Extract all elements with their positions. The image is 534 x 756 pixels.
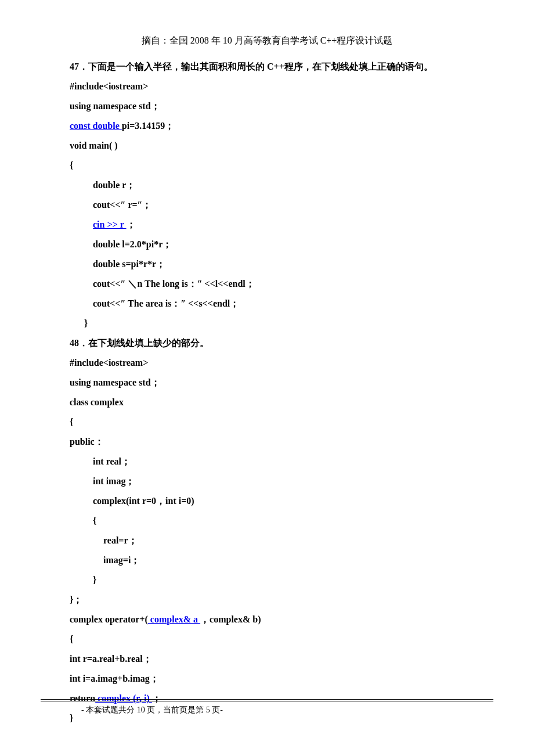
q47-code-l8-post: ； (127, 219, 136, 229)
q47-code-l5: { (41, 156, 493, 175)
footer-rule (41, 699, 493, 701)
q48-code-l15: { (41, 630, 493, 649)
q47-code-l9: double l=2.0*pi*r； (41, 235, 493, 254)
q48-code-l13: }； (41, 591, 493, 609)
q48-code-l14: complex operator+( complex& a ，complex& … (41, 610, 493, 629)
q48-code-l2: using namespace std； (41, 373, 493, 392)
q47-blank1: const double (70, 121, 122, 131)
q48-code-l16: int r=a.real+b.real； (41, 650, 493, 668)
q48-code-l8: complex(int r=0，int i=0) (41, 492, 493, 510)
q47-code-l1: #include<iostream> (41, 77, 493, 96)
q48-code-l4: { (41, 413, 493, 431)
q48-prompt-line: 48．在下划线处填上缺少的部分。 (41, 334, 493, 352)
q47-code-l11: cout<<″ ＼n The long is：″ <<l<<endl； (41, 275, 493, 293)
q47-code-l13: } (41, 314, 493, 333)
q48-number: 48． (70, 338, 88, 348)
q47-code-l6: double r； (41, 176, 493, 195)
q48-code-l5: public： (41, 433, 493, 451)
q47-blank2: cin >> r (93, 219, 127, 229)
q47-code-l7: cout<<″ r=″； (41, 196, 493, 214)
page-header: 摘自：全国 2008 年 10 月高等教育自学考试 C++程序设计试题 (41, 35, 493, 47)
q48-code-l9: { (41, 512, 493, 530)
q48-code-l14-post: ，complex& b) (200, 614, 261, 624)
q47-prompt-line: 47．下面是一个输入半径，输出其面积和周长的 C++程序，在下划线处填上正确的语… (41, 57, 493, 76)
q48-code-l6: int real； (41, 452, 493, 471)
q47-code-l2: using namespace std； (41, 97, 493, 116)
q48-blank1: complex& a (148, 614, 200, 624)
q47-code-l4: void main( ) (41, 136, 493, 155)
page-footer: - 本套试题共分 10 页，当前页是第 5 页- (41, 699, 493, 715)
q47-prompt: 下面是一个输入半径，输出其面积和周长的 C++程序，在下划线处填上正确的语句。 (88, 62, 433, 71)
q47-code-l10: double s=pi*r*r； (41, 255, 493, 273)
q48-code-l14-pre: complex operator+( (70, 614, 148, 624)
q48-code-l1: #include<iostream> (41, 354, 493, 372)
q48-code-l10: real=r； (41, 531, 493, 550)
q48-prompt: 在下划线处填上缺少的部分。 (88, 338, 209, 348)
q48-code-l17: int i=a.imag+b.imag； (41, 669, 493, 688)
q48-code-l11: imag=i； (41, 551, 493, 570)
q48-code-l3: class complex (41, 393, 493, 412)
q47-number: 47． (70, 62, 88, 71)
q48-code-l7: int imag； (41, 472, 493, 491)
q48-code-l12: } (41, 571, 493, 589)
footer-text: - 本套试题共分 10 页，当前页是第 5 页- (41, 705, 493, 715)
q47-code-l8: cin >> r ； (41, 215, 493, 234)
q47-code-l12: cout<<″ The area is：″ <<s<<endl； (41, 294, 493, 313)
page: 摘自：全国 2008 年 10 月高等教育自学考试 C++程序设计试题 47．下… (0, 0, 534, 756)
q47-code-l3: const double pi=3.14159； (41, 117, 493, 135)
q47-code-l3-post: pi=3.14159； (122, 121, 174, 131)
